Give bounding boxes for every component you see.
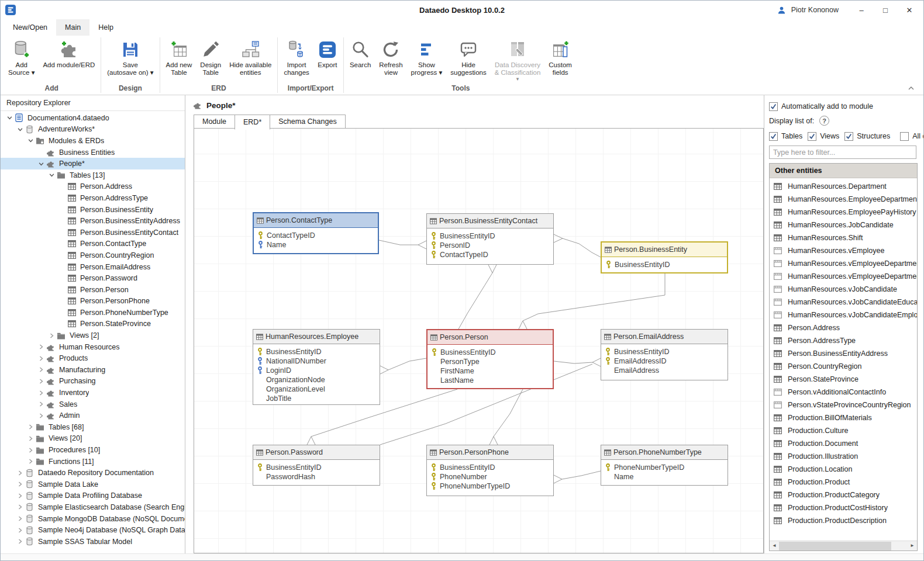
tree-item-modules-erds[interactable]: Modules & ERDs (1, 135, 185, 147)
chevron-down-icon[interactable] (47, 172, 56, 178)
list-item-person-addresstype[interactable]: Person.AddressType (770, 334, 917, 347)
list-item-humanresources-vjobcandidateemployment[interactable]: HumanResources.vJobCandidateEmployment (770, 309, 917, 321)
tables-checkbox[interactable]: Tables (769, 130, 802, 143)
tree-item-people[interactable]: People* (1, 158, 185, 169)
list-item-production-productcategory[interactable]: Production.ProductCategory (770, 489, 917, 501)
tree-item-business-entities[interactable]: Business Entities (1, 147, 185, 158)
minimize-button[interactable]: – (852, 6, 871, 15)
entity-header[interactable]: Person.Person (427, 330, 553, 345)
tree-item-tables-68[interactable]: Tables [68] (1, 421, 185, 433)
structures-checkbox[interactable]: Structures (844, 130, 890, 143)
list-item-production-location[interactable]: Production.Location (770, 463, 917, 476)
entity-header[interactable]: Person.ContactType (254, 213, 378, 228)
tree-item-person-personphone[interactable]: Person.PersonPhone (1, 296, 185, 307)
entity-header[interactable]: Person.PhoneNumberType (601, 445, 728, 460)
erd-entity-person-personphone[interactable]: Person.PersonPhoneBusinessEntityIDPhoneN… (426, 445, 554, 496)
erd-canvas[interactable]: Person.ContactTypeContactTypeIDNamePerso… (194, 128, 764, 553)
tree-item-person-emailaddress[interactable]: Person.EmailAddress (1, 261, 185, 273)
chevron-right-icon[interactable] (37, 367, 46, 372)
tree-item-adventureworks[interactable]: AdventureWorks* (1, 124, 185, 136)
list-item-person-vstateprovincecountryregion[interactable]: Person.vStateProvinceCountryRegion (770, 399, 917, 411)
tree-item-purchasing[interactable]: Purchasing (1, 376, 185, 387)
chevron-right-icon[interactable] (16, 493, 25, 498)
tree-item-views-2[interactable]: Views [2] (1, 330, 185, 341)
tab-schema-changes[interactable]: Schema Changes (270, 115, 345, 129)
chevron-right-icon[interactable] (37, 344, 46, 349)
tree-item-sample-data-profiling-database[interactable]: Sample Data Profiling Database (1, 490, 185, 502)
entity-header[interactable]: Person.EmailAddress (601, 330, 728, 344)
chevron-down-icon[interactable] (37, 161, 46, 167)
tree-item-dataedo-repository-documentation[interactable]: Dataedo Repository Documentation (1, 467, 185, 479)
tree-item-person-businessentity[interactable]: Person.BusinessEntity (1, 204, 185, 216)
chevron-down-icon[interactable] (26, 138, 35, 143)
all-docs-checkbox[interactable]: All docs (900, 130, 924, 143)
chevron-right-icon[interactable] (16, 470, 25, 476)
chevron-right-icon[interactable] (26, 448, 35, 453)
erd-entity-person-businessentity[interactable]: Person.BusinessEntityBusinessEntityID (601, 241, 728, 273)
tree-item-person-person[interactable]: Person.Person (1, 284, 185, 296)
list-item-humanresources-vjobcandidateeducation[interactable]: HumanResources.vJobCandidateEducation (770, 296, 917, 309)
refresh-view-button[interactable]: Refresh view (375, 37, 406, 77)
tree-item-person-password[interactable]: Person.Password (1, 272, 185, 284)
auto-add-checkbox[interactable]: Automatically add to module (769, 100, 916, 113)
ribbon-tab-new-open[interactable]: New/Open (4, 19, 56, 36)
scroll-right-icon[interactable]: ► (908, 541, 917, 550)
list-item-production-billofmaterials[interactable]: Production.BillOfMaterials (770, 411, 917, 424)
erd-entity-humanresources-employee[interactable]: HumanResources.EmployeeBusinessEntityIDN… (253, 329, 380, 405)
help-icon[interactable]: ? (819, 116, 829, 126)
hide-suggestions-button[interactable]: Hide suggestions (446, 37, 490, 77)
chevron-right-icon[interactable] (16, 528, 25, 533)
scrollbar-thumb[interactable] (779, 542, 891, 550)
list-item-humanresources-employeepayhistory[interactable]: HumanResources.EmployeePayHistory (770, 206, 917, 219)
tree-item-sample-elasticsearch-database-search-engine[interactable]: Sample Elasticsearch Database (Search En… (1, 501, 185, 513)
export-button[interactable]: Export (313, 37, 342, 69)
chevron-right-icon[interactable] (26, 459, 35, 464)
chevron-down-icon[interactable] (5, 115, 14, 120)
tree-item-sample-neo4j-database-nosql-graph-database[interactable]: Sample Neo4j Database (NoSQL Graph Datab… (1, 524, 185, 536)
list-item-production-product[interactable]: Production.Product (770, 476, 917, 489)
list-item-production-culture[interactable]: Production.Culture (770, 424, 917, 437)
tree-item-admin[interactable]: Admin (1, 410, 185, 421)
entity-header[interactable]: Person.BusinessEntity (602, 243, 727, 257)
tree-item-documentation4-dataedo[interactable]: Documentation4.dataedo (1, 112, 185, 124)
list-item-person-stateprovince[interactable]: Person.StateProvince (770, 373, 917, 386)
tree-item-manufacturing[interactable]: Manufacturing (1, 364, 185, 376)
list-item-humanresources-vemployee[interactable]: HumanResources.vEmployee (770, 244, 917, 257)
erd-entity-person-person[interactable]: Person.PersonBusinessEntityIDPersonTypeF… (426, 329, 554, 389)
custom-fields-button[interactable]: Custom fields (544, 37, 576, 77)
list-item-humanresources-jobcandidate[interactable]: HumanResources.JobCandidate (770, 219, 917, 231)
list-item-production-illustration[interactable]: Production.Illustration (770, 450, 917, 463)
entity-header[interactable]: Person.BusinessEntityContact (427, 214, 553, 228)
close-button[interactable]: ✕ (900, 6, 919, 15)
tree-item-functions-11[interactable]: Functions [11] (1, 456, 185, 468)
tree-item-person-addresstype[interactable]: Person.AddressType (1, 192, 185, 204)
design-table-button[interactable]: Design Table (196, 37, 225, 77)
chevron-right-icon[interactable] (16, 516, 25, 521)
tree-item-procedures-10[interactable]: Procedures [10] (1, 444, 185, 456)
ribbon-tab-main[interactable]: Main (56, 19, 89, 36)
show-progress-button[interactable]: Show progress ▾ (407, 37, 447, 77)
chevron-right-icon[interactable] (26, 436, 35, 441)
tree-item-inventory[interactable]: Inventory (1, 387, 185, 399)
tree-item-human-resources[interactable]: Human Resources (1, 341, 185, 353)
add-new-table-button[interactable]: Add new Table (162, 37, 196, 77)
list-item-humanresources-vjobcandidate[interactable]: HumanResources.vJobCandidate (770, 283, 917, 296)
list-item-person-businessentityaddress[interactable]: Person.BusinessEntityAddress (770, 347, 917, 360)
ribbon-tab-help[interactable]: Help (89, 19, 122, 36)
tab-erd[interactable]: ERD* (235, 115, 270, 130)
chevron-right-icon[interactable] (37, 401, 46, 407)
chevron-right-icon[interactable] (47, 333, 56, 338)
chevron-right-icon[interactable] (26, 424, 35, 430)
tree-item-sample-mongodb-database-nosql-document-sto[interactable]: Sample MongoDB Database (NoSQL Document … (1, 513, 185, 525)
entity-header[interactable]: HumanResources.Employee (253, 330, 380, 344)
list-item-production-productcosthistory[interactable]: Production.ProductCostHistory (770, 501, 917, 514)
list-item-production-productdescription[interactable]: Production.ProductDescription (770, 514, 917, 527)
entity-header[interactable]: Person.PersonPhone (427, 445, 553, 460)
erd-entity-person-password[interactable]: Person.PasswordBusinessEntityIDPasswordH… (253, 445, 380, 486)
list-item-person-vadditionalcontactinfo[interactable]: Person.vAdditionalContactInfo (770, 386, 917, 399)
chevron-right-icon[interactable] (37, 379, 46, 384)
chevron-right-icon[interactable] (16, 504, 25, 510)
entity-header[interactable]: Person.Password (253, 445, 380, 460)
list-item-humanresources-employeedepartmenthistory[interactable]: HumanResources.EmployeeDepartmentHistory (770, 193, 917, 206)
list-item-humanresources-department[interactable]: HumanResources.Department (770, 180, 917, 193)
